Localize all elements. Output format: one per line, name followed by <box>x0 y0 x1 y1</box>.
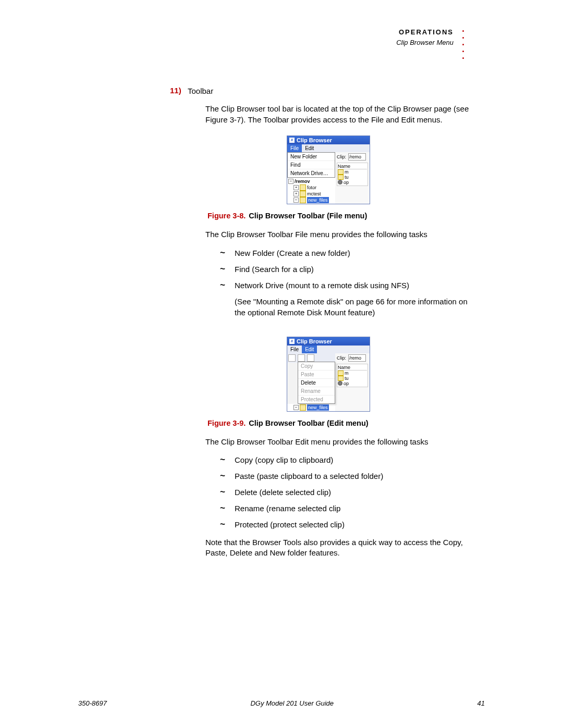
bullet-item: Network Drive (mount to a remote disk us… <box>220 280 469 291</box>
menu-edit[interactable]: Edit <box>302 144 317 152</box>
toolbar-icon[interactable] <box>298 354 305 362</box>
menu-item-copy[interactable]: Copy <box>298 362 335 371</box>
app-icon: # <box>289 138 295 143</box>
file-menu-note: (See "Mounting a Remote disk" on page 66… <box>220 296 469 318</box>
decorative-dots <box>462 30 464 59</box>
menu-item-new-folder[interactable]: New Folder <box>288 153 335 161</box>
file-dropdown: New Folder Find Network Drive… <box>287 152 335 178</box>
file-listing: Name m tu op <box>337 364 368 387</box>
window-titlebar: # Clip Browser <box>287 136 370 144</box>
column-header: Name <box>338 365 350 370</box>
list-item[interactable]: op <box>338 180 367 185</box>
footer-center: DGy Model 201 User Guide <box>250 699 334 707</box>
menu-item-delete[interactable]: Delete <box>298 379 335 387</box>
page-footer: 350-8697 DGy Model 201 User Guide 41 <box>78 699 485 707</box>
menu-item-protected[interactable]: Protected <box>298 396 335 403</box>
folder-tree: −new_files <box>287 404 335 411</box>
right-panel: Clip: Name m tu op <box>335 152 370 204</box>
menubar: File Edit <box>287 144 370 152</box>
tree-row[interactable]: +fotor <box>288 184 334 191</box>
bullet-item: Protected (protect selected clip) <box>220 519 469 530</box>
figure-3-8-screenshot: # Clip Browser File Edit New Folder Find… <box>287 135 370 205</box>
figure-3-9-screenshot: # Clip Browser File Edit Copy Paste <box>287 337 370 412</box>
bullet-item: Paste (paste clipboard to a selected fol… <box>220 471 469 482</box>
section-title: OPERATIONS <box>396 27 454 38</box>
toolbar-icon[interactable] <box>288 354 296 362</box>
toolbar-icon[interactable] <box>307 354 314 362</box>
figure-3-8-caption: Figure 3-8.Clip Browser Toolbar (File me… <box>207 212 469 220</box>
step-number: 11) <box>170 86 181 95</box>
menu-item-find[interactable]: Find <box>288 161 335 169</box>
main-content: 11) Toolbar The Clip Browser tool bar is… <box>188 86 469 565</box>
list-item[interactable]: tu <box>338 376 367 381</box>
bullet-item: Delete (delete selected clip) <box>220 487 469 498</box>
menu-item-rename[interactable]: Rename <box>298 387 335 396</box>
list-item[interactable]: op <box>338 381 367 386</box>
window-title: Clip Browser <box>297 137 332 143</box>
tree-row[interactable]: +mctest <box>288 191 334 197</box>
tree-row[interactable]: −new_files <box>288 197 334 203</box>
list-item[interactable]: m <box>338 169 367 175</box>
bullet-item: Copy (copy clip to clipboard) <box>220 454 469 465</box>
file-menu-intro: The Clip Browser Toolbar File menu provi… <box>205 229 469 240</box>
closing-note: Note that the Browser Tools also provide… <box>205 537 469 559</box>
clip-label: Clip: <box>337 154 346 159</box>
app-icon: # <box>289 339 295 344</box>
tree-row[interactable]: −/remov <box>288 178 334 184</box>
clip-path-input[interactable] <box>348 354 366 362</box>
right-panel: Clip: Name m tu op <box>335 353 370 411</box>
menu-file[interactable]: File <box>287 346 302 353</box>
file-listing: Name m tu op <box>337 163 368 186</box>
figure-3-9-caption: Figure 3-9.Clip Browser Toolbar (Edit me… <box>207 419 469 427</box>
page-header: OPERATIONS Clip Browser Menu <box>396 27 454 47</box>
section-subtitle: Clip Browser Menu <box>396 38 454 48</box>
tree-row[interactable]: −new_files <box>288 404 334 411</box>
edit-menu-intro: The Clip Browser Toolbar Edit menu provi… <box>205 437 469 447</box>
bullet-item: New Folder (Create a new folder) <box>220 248 469 258</box>
menu-edit[interactable]: Edit <box>302 346 317 353</box>
menu-item-paste[interactable]: Paste <box>298 371 335 379</box>
menubar: File Edit <box>287 346 370 353</box>
column-header: Name <box>338 164 350 169</box>
list-item[interactable]: tu <box>338 175 367 180</box>
bullet-item: Rename (rename selected clip <box>220 503 469 514</box>
page: OPERATIONS Clip Browser Menu 11) Toolbar… <box>0 0 563 728</box>
clip-label: Clip: <box>337 355 346 361</box>
window-title: Clip Browser <box>297 338 332 344</box>
clip-path-input[interactable] <box>348 153 366 161</box>
step-title: Toolbar <box>188 86 469 96</box>
intro-paragraph: The Clip Browser tool bar is located at … <box>205 104 469 125</box>
menu-file[interactable]: File <box>287 144 302 152</box>
folder-tree: −/remov +fotor +mctest −new_files <box>287 178 335 204</box>
bullet-item: Find (Search for a clip) <box>220 264 469 275</box>
window-titlebar: # Clip Browser <box>287 337 370 346</box>
menu-item-network-drive[interactable]: Network Drive… <box>288 169 335 177</box>
footer-page-number: 41 <box>478 699 485 707</box>
footer-left: 350-8697 <box>78 699 107 707</box>
edit-dropdown: Copy Paste Delete Rename Protected <box>298 362 335 404</box>
list-item[interactable]: m <box>338 371 367 376</box>
